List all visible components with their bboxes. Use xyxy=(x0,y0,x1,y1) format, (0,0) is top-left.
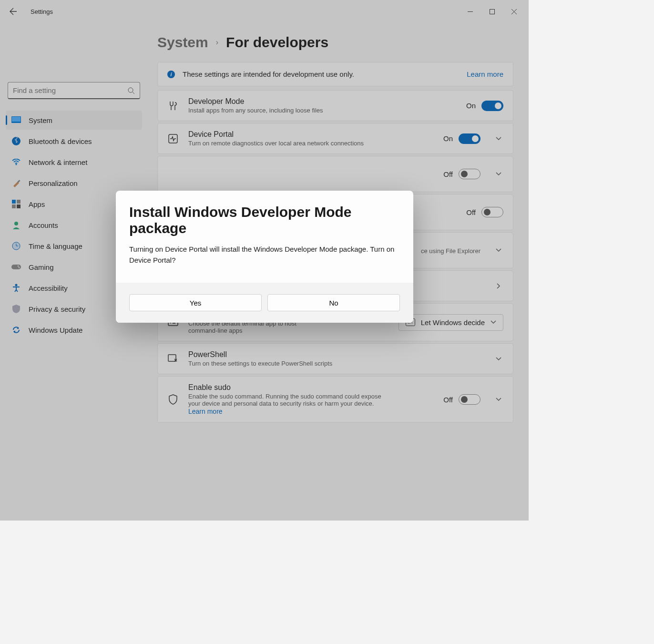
modal-overlay: Install Windows Developer Mode package T… xyxy=(0,0,529,521)
yes-button[interactable]: Yes xyxy=(129,294,262,311)
dialog-title: Install Windows Developer Mode package xyxy=(129,204,400,236)
dialog-text: Turning on Device Portal will install th… xyxy=(129,244,400,266)
no-button[interactable]: No xyxy=(267,294,400,311)
confirm-dialog: Install Windows Developer Mode package T… xyxy=(116,191,413,323)
